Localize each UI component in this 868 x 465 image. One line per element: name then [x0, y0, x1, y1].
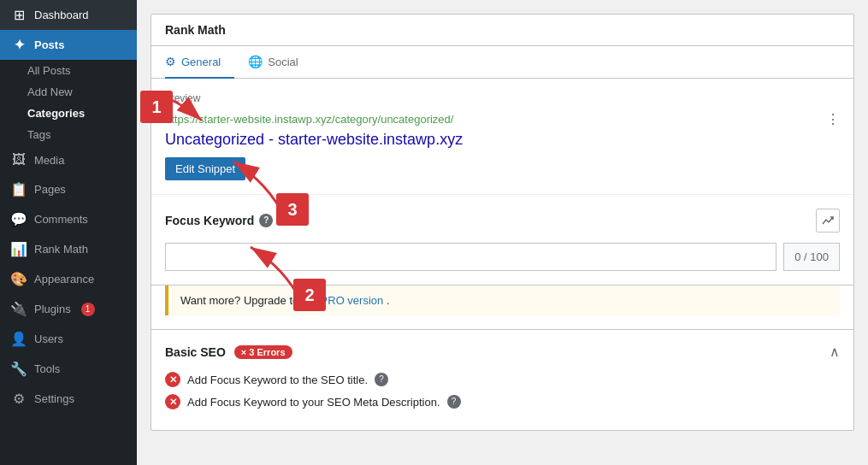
error-badge: × 3 Errors: [234, 345, 292, 359]
settings-icon: ⚙: [10, 391, 27, 407]
trend-icon[interactable]: [816, 209, 840, 232]
focus-keyword-label: Focus Keyword ?: [165, 214, 273, 227]
basic-seo-section: Basic SEO × 3 Errors ∧ ✕ Add Focus Keywo…: [151, 329, 853, 430]
appearance-icon: 🎨: [10, 271, 27, 287]
tools-icon: 🔧: [10, 361, 27, 377]
content-wrapper: Rank Math ⚙ General 🌐 Social preview htt…: [137, 14, 868, 431]
focus-keyword-input[interactable]: [165, 243, 776, 271]
seo-errors-list: ✕ Add Focus Keyword to the SEO title. ? …: [165, 372, 840, 409]
seo-error-2: ✕ Add Focus Keyword to your SEO Meta Des…: [165, 394, 840, 409]
seo-error-2-help[interactable]: ?: [447, 395, 461, 409]
error-circle-2: ✕: [165, 394, 180, 409]
posts-submenu: All Posts Add New Categories Tags: [0, 60, 137, 145]
sidebar-item-all-posts[interactable]: All Posts: [27, 60, 137, 81]
focus-keyword-help-icon[interactable]: ?: [259, 214, 273, 227]
preview-title[interactable]: Uncategorized - starter-website.instawp.…: [165, 131, 840, 149]
tab-social[interactable]: 🌐 Social: [248, 46, 311, 79]
focus-keyword-header: Focus Keyword ?: [165, 209, 840, 232]
sidebar-item-categories[interactable]: Categories: [27, 103, 137, 124]
sidebar-item-tags[interactable]: Tags: [27, 124, 137, 145]
preview-url-menu-icon[interactable]: ⋮: [826, 111, 840, 127]
focus-keyword-section: Focus Keyword ? 0 / 100: [151, 195, 853, 285]
comments-icon: 💬: [10, 211, 27, 227]
dashboard-icon: ⊞: [10, 7, 27, 23]
error-circle-1: ✕: [165, 372, 180, 387]
sidebar-item-pages[interactable]: 📋 Pages: [0, 174, 137, 204]
panel-title: Rank Math: [151, 15, 853, 46]
general-tab-icon: ⚙: [165, 55, 176, 68]
sidebar-item-appearance[interactable]: 🎨 Appearance: [0, 264, 137, 294]
sidebar-item-settings[interactable]: ⚙ Settings: [0, 384, 137, 414]
chevron-up-icon: ∧: [830, 344, 840, 360]
plugins-icon: 🔌: [10, 301, 27, 317]
basic-seo-title: Basic SEO × 3 Errors: [165, 345, 292, 359]
tab-general[interactable]: ⚙ General: [165, 46, 234, 79]
main-content: Rank Math ⚙ General 🌐 Social preview htt…: [137, 0, 868, 465]
preview-label: preview: [165, 92, 840, 104]
plugins-badge: 1: [81, 303, 95, 316]
sidebar-item-add-new[interactable]: Add New: [27, 81, 137, 103]
sidebar-item-rank-math[interactable]: 📊 Rank Math: [0, 234, 137, 264]
seo-error-1: ✕ Add Focus Keyword to the SEO title. ?: [165, 372, 840, 387]
social-tab-icon: 🌐: [248, 55, 263, 68]
trend-chart-icon: [821, 214, 835, 227]
sidebar: ⊞ Dashboard ✦ Posts All Posts Add New Ca…: [0, 0, 137, 465]
preview-url: https://starter-website.instawp.xyz/cate…: [165, 113, 453, 126]
sidebar-item-posts[interactable]: ✦ Posts: [0, 30, 137, 60]
sidebar-item-dashboard[interactable]: ⊞ Dashboard: [0, 0, 137, 30]
seo-error-1-help[interactable]: ?: [375, 373, 388, 386]
preview-section: preview https://starter-website.instawp.…: [151, 79, 853, 195]
edit-snippet-button[interactable]: Edit Snippet: [165, 157, 245, 180]
notice-pro-link[interactable]: the PRO version: [302, 294, 383, 307]
sidebar-item-media[interactable]: 🖼 Media: [0, 145, 137, 174]
sidebar-item-users[interactable]: 👤 Users: [0, 324, 137, 354]
edit-snippet-container: Edit Snippet 3: [165, 157, 245, 180]
sidebar-item-plugins[interactable]: 🔌 Plugins 1: [0, 294, 137, 324]
users-icon: 👤: [10, 331, 27, 347]
sidebar-item-comments[interactable]: 💬 Comments: [0, 204, 137, 234]
sidebar-item-tools[interactable]: 🔧 Tools: [0, 354, 137, 384]
preview-url-row: https://starter-website.instawp.xyz/cate…: [165, 111, 840, 127]
tabs-bar: ⚙ General 🌐 Social: [151, 46, 853, 79]
basic-seo-header[interactable]: Basic SEO × 3 Errors ∧: [165, 344, 840, 360]
posts-icon: ✦: [10, 37, 27, 53]
keyword-input-row: 0 / 100 2: [165, 243, 840, 271]
rank-math-panel: Rank Math ⚙ General 🌐 Social preview htt…: [151, 14, 854, 431]
notice-bar: Want more? Upgrade to the PRO version .: [165, 285, 840, 315]
keyword-count: 0 / 100: [783, 243, 840, 271]
rank-math-icon: 📊: [10, 241, 27, 257]
pages-icon: 📋: [10, 181, 27, 197]
media-icon: 🖼: [10, 152, 27, 168]
